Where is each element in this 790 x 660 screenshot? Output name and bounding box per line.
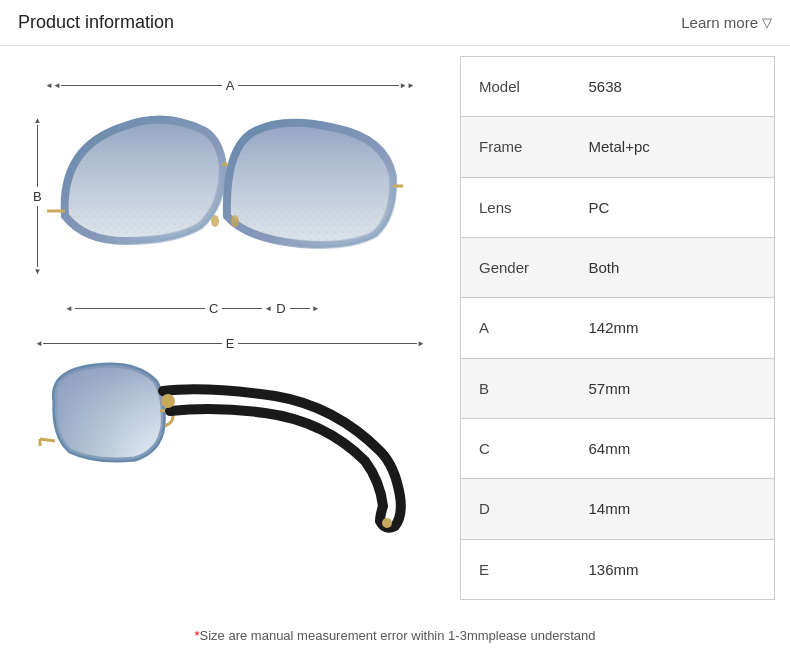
dimension-b-line: ▲ B ▼ [33,116,42,276]
table-row: C64mm [461,418,775,478]
table-row: E136mm [461,539,775,599]
table-row: B57mm [461,358,775,418]
svg-point-10 [382,518,392,528]
page-wrapper: Product information Learn more ▽ ◄ A ► [0,0,790,660]
spec-label: A [461,298,571,358]
dimension-c-d-line: ◄ C ◄ D ► [65,301,320,316]
glasses-side-image [25,351,415,551]
chevron-down-icon: ▽ [762,15,772,30]
svg-point-9 [161,394,175,408]
svg-point-5 [211,215,219,227]
spec-value: 14mm [571,479,775,539]
learn-more-button[interactable]: Learn more ▽ [681,14,772,31]
spec-value: 136mm [571,539,775,599]
spec-label: C [461,418,571,478]
spec-label: E [461,539,571,599]
table-row: Model5638 [461,57,775,117]
spec-label: Frame [461,117,571,177]
spec-value: Both [571,237,775,297]
front-view: ◄ A ► ▲ B ▼ [15,56,445,326]
spec-label: Gender [461,237,571,297]
spec-value: 57mm [571,358,775,418]
spec-value: 5638 [571,57,775,117]
main-content: ◄ A ► ▲ B ▼ [0,46,790,610]
specs-table: Model5638FrameMetal+pcLensPCGenderBothA1… [460,56,775,600]
footnote: *Size are manual measurement error withi… [0,610,790,660]
table-row: FrameMetal+pc [461,117,775,177]
table-row: A142mm [461,298,775,358]
spec-value: Metal+pc [571,117,775,177]
images-section: ◄ A ► ▲ B ▼ [15,56,445,600]
page-title: Product information [18,12,174,33]
spec-label: B [461,358,571,418]
header: Product information Learn more ▽ [0,0,790,46]
side-view: ◄ E ► [15,326,445,566]
spec-label: Lens [461,177,571,237]
arrow-down-icon: ▼ [33,267,41,276]
footnote-text: Size are manual measurement error within… [200,628,596,643]
arrow-up-icon: ▲ [33,116,41,125]
spec-label: D [461,479,571,539]
dimension-e-line: ◄ E ► [35,336,425,351]
spec-value: 64mm [571,418,775,478]
table-row: GenderBoth [461,237,775,297]
table-row: D14mm [461,479,775,539]
svg-point-6 [231,215,239,227]
table-row: LensPC [461,177,775,237]
specs-section: Model5638FrameMetal+pcLensPCGenderBothA1… [460,56,775,600]
spec-value: PC [571,177,775,237]
svg-line-7 [40,439,55,441]
spec-value: 142mm [571,298,775,358]
glasses-front-image [45,86,405,306]
spec-label: Model [461,57,571,117]
